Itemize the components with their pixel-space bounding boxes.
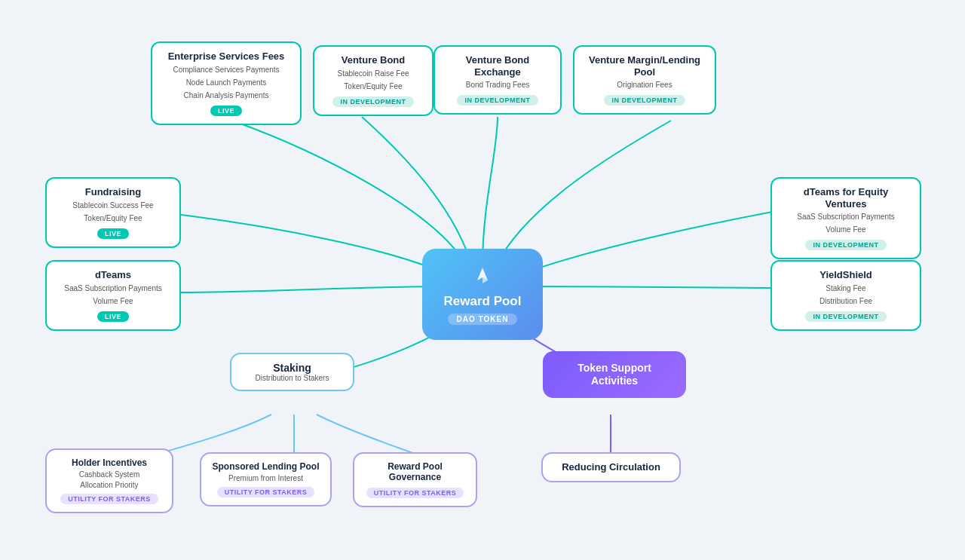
dao-badge: DAO TOKEN <box>448 314 518 325</box>
enterprise-services-node: Enterprise Services Fees Compliance Serv… <box>151 41 302 125</box>
yieldshield-badge: IN DEVELOPMENT <box>805 311 886 322</box>
venture-bond-badge: IN DEVELOPMENT <box>332 96 413 107</box>
staking-title: Staking <box>242 362 342 374</box>
venture-bond-sub1: Stablecoin Raise Fee <box>325 69 421 79</box>
reward-governance-title: Reward Pool Governance <box>365 461 465 483</box>
enterprise-sub1: Compliance Services Payments <box>163 65 290 75</box>
venture-bond-sub2: Token/Equity Fee <box>325 81 421 92</box>
yieldshield-title: YieldShield <box>783 269 909 281</box>
venture-margin-badge: IN DEVELOPMENT <box>604 95 685 106</box>
reward-governance-badge: UTILITY FOR STAKERS <box>366 488 464 498</box>
sponsored-lending-node: Sponsored Lending Pool Premium from Inte… <box>200 452 332 506</box>
dteams-equity-sub1: SaaS Subscription Payments <box>783 212 909 222</box>
dteams-sub2: Volume Fee <box>57 296 169 307</box>
reducing-circulation-title: Reducing Circulation <box>553 461 669 473</box>
venture-bond-exchange-badge: IN DEVELOPMENT <box>457 95 538 106</box>
reward-pool-node: Reward Pool DAO TOKEN <box>422 249 543 340</box>
sponsored-lending-title: Sponsored Lending Pool <box>212 461 320 472</box>
holder-incentives-title: Holder Incentives <box>57 457 161 468</box>
venture-bond-node: Venture Bond Stablecoin Raise Fee Token/… <box>313 45 433 116</box>
holder-incentives-node: Holder Incentives Cashback System Alloca… <box>45 448 173 513</box>
holder-incentives-badge: UTILITY FOR STAKERS <box>60 494 158 504</box>
sponsored-lending-badge: UTILITY FOR STAKERS <box>217 487 315 497</box>
dteams-equity-sub2: Volume Fee <box>783 225 909 235</box>
enterprise-badge: LIVE <box>210 106 242 116</box>
token-support-node: Token Support Activities <box>543 351 686 398</box>
fundraising-badge: LIVE <box>97 228 129 239</box>
venture-bond-exchange-title: Venture Bond Exchange <box>446 54 550 78</box>
reducing-circulation-node: Reducing Circulation <box>541 452 681 482</box>
venture-bond-title: Venture Bond <box>325 54 421 66</box>
dteams-sub1: SaaS Subscription Payments <box>57 283 169 294</box>
reward-governance-node: Reward Pool Governance UTILITY FOR STAKE… <box>353 452 477 507</box>
token-support-title: Token Support Activities <box>556 362 672 387</box>
dteams-equity-badge: IN DEVELOPMENT <box>805 240 886 250</box>
staking-sub: Distribution to Stakers <box>242 374 342 382</box>
venture-bond-exchange-node: Venture Bond Exchange Bond Trading Fees … <box>433 45 562 115</box>
yieldshield-sub2: Distribution Fee <box>783 296 909 307</box>
reward-pool-logo <box>439 264 526 291</box>
venture-bond-exchange-sub1: Bond Trading Fees <box>446 80 550 90</box>
fundraising-title: Fundraising <box>57 186 169 198</box>
dteams-title: dTeams <box>57 269 169 281</box>
dteams-equity-title: dTeams for Equity Ventures <box>783 186 909 210</box>
yieldshield-node: YieldShield Staking Fee Distribution Fee… <box>770 260 921 331</box>
holder-incentives-sub2: Allocation Priority <box>57 481 161 489</box>
diagram: Enterprise Services Fees Compliance Serv… <box>0 0 965 560</box>
enterprise-sub3: Chain Analysis Payments <box>163 90 290 101</box>
dteams-equity-node: dTeams for Equity Ventures SaaS Subscrip… <box>770 177 921 259</box>
yieldshield-sub1: Staking Fee <box>783 283 909 294</box>
enterprise-sub2: Node Launch Payments <box>163 78 290 88</box>
enterprise-title: Enterprise Services Fees <box>163 50 290 63</box>
venture-margin-node: Venture Margin/Lending Pool Origination … <box>573 45 716 115</box>
sponsored-lending-sub: Premium from Interest <box>212 474 320 482</box>
reward-pool-title: Reward Pool <box>439 294 526 309</box>
fundraising-sub1: Stablecoin Success Fee <box>57 200 169 211</box>
staking-node: Staking Distribution to Stakers <box>230 353 354 391</box>
dteams-badge: LIVE <box>97 311 129 322</box>
holder-incentives-sub1: Cashback System <box>57 470 161 479</box>
venture-margin-sub1: Origination Fees <box>585 80 704 90</box>
venture-margin-title: Venture Margin/Lending Pool <box>585 54 704 78</box>
dteams-node: dTeams SaaS Subscription Payments Volume… <box>45 260 181 331</box>
fundraising-node: Fundraising Stablecoin Success Fee Token… <box>45 177 181 248</box>
fundraising-sub2: Token/Equity Fee <box>57 213 169 224</box>
